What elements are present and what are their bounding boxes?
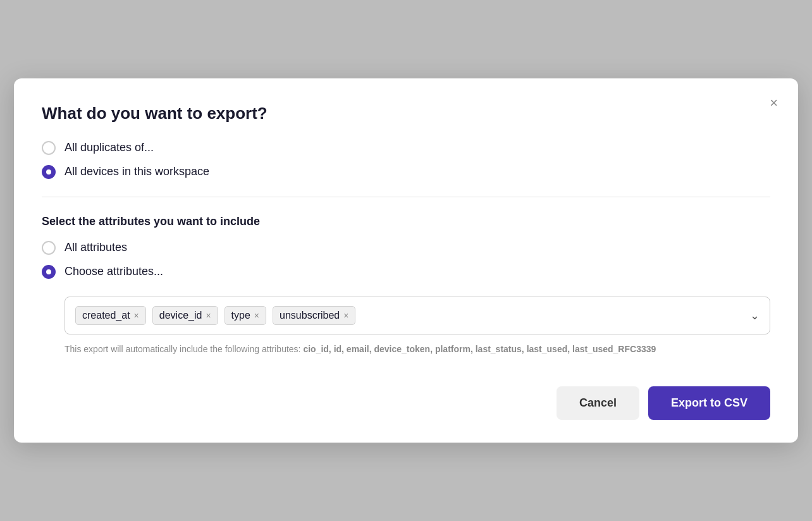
radio-option-all-devices[interactable]: All devices in this workspace	[42, 165, 770, 179]
attributes-tag-input[interactable]: created_at × device_id × type × unsubscr…	[65, 297, 770, 334]
radio-all-attributes-indicator	[42, 241, 56, 255]
modal-overlay: × What do you want to export? All duplic…	[0, 0, 812, 521]
tag-device-id: device_id ×	[152, 306, 218, 325]
tag-unsubscribed: unsubscribed ×	[273, 306, 355, 325]
tag-type-remove[interactable]: ×	[254, 311, 259, 320]
modal-dialog: × What do you want to export? All duplic…	[14, 78, 798, 443]
export-csv-button[interactable]: Export to CSV	[648, 386, 770, 420]
tag-unsubscribed-label: unsubscribed	[280, 310, 340, 321]
radio-all-devices-indicator	[42, 165, 56, 179]
radio-option-all-attributes[interactable]: All attributes	[42, 241, 770, 255]
modal-title: What do you want to export?	[42, 104, 770, 123]
radio-choose-attributes-indicator	[42, 265, 56, 279]
attributes-radio-group: All attributes Choose attributes...	[42, 241, 770, 279]
tag-created-at: created_at ×	[75, 306, 146, 325]
dropdown-chevron-icon[interactable]: ⌄	[750, 309, 760, 322]
attributes-section: Select the attributes you want to includ…	[42, 215, 770, 356]
tag-created-at-label: created_at	[82, 310, 130, 321]
auto-include-prefix: This export will automatically include t…	[65, 344, 303, 354]
tag-unsubscribed-remove[interactable]: ×	[343, 311, 348, 320]
export-type-radio-group: All duplicates of... All devices in this…	[42, 141, 770, 179]
modal-footer: Cancel Export to CSV	[42, 386, 770, 420]
auto-include-note: This export will automatically include t…	[65, 342, 770, 356]
auto-include-attrs: cio_id, id, email, device_token, platfor…	[303, 344, 656, 354]
radio-duplicates-label: All duplicates of...	[65, 141, 154, 154]
radio-all-attributes-label: All attributes	[65, 241, 127, 254]
tag-device-id-label: device_id	[159, 310, 202, 321]
tag-type-label: type	[231, 310, 250, 321]
radio-all-devices-label: All devices in this workspace	[65, 165, 209, 178]
radio-duplicates-indicator	[42, 141, 56, 155]
cancel-button[interactable]: Cancel	[557, 386, 639, 420]
tag-device-id-remove[interactable]: ×	[206, 311, 211, 320]
radio-choose-attributes-label: Choose attributes...	[65, 265, 163, 278]
tag-created-at-remove[interactable]: ×	[134, 311, 139, 320]
tag-type: type ×	[225, 306, 266, 325]
radio-option-choose-attributes[interactable]: Choose attributes...	[42, 265, 770, 279]
radio-option-duplicates[interactable]: All duplicates of...	[42, 141, 770, 155]
section-divider	[42, 197, 770, 197]
close-button[interactable]: ×	[767, 94, 780, 113]
attributes-section-title: Select the attributes you want to includ…	[42, 215, 770, 228]
